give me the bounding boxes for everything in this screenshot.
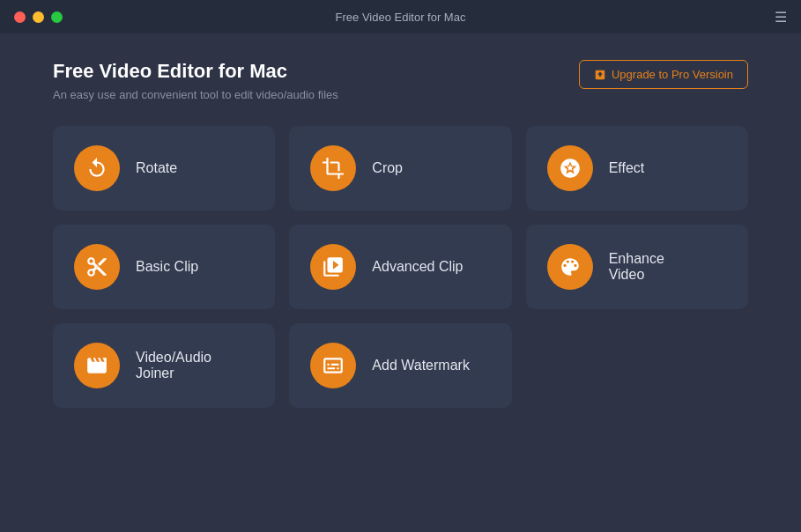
card-basic-clip[interactable]: Basic Clip (53, 225, 275, 309)
card-enhance-video[interactable]: EnhanceVideo (526, 225, 748, 309)
crop-icon-circle (310, 145, 356, 191)
menu-icon[interactable]: ☰ (775, 9, 787, 26)
close-button[interactable] (14, 11, 26, 23)
window-title: Free Video Editor for Mac (336, 11, 466, 24)
palette-icon (559, 255, 582, 278)
enhance-video-label-wrapper: EnhanceVideo (609, 251, 664, 283)
crop-icon (322, 157, 345, 180)
titlebar: Free Video Editor for Mac ☰ (0, 0, 801, 33)
maximize-button[interactable] (51, 11, 63, 23)
advanced-clip-icon (322, 255, 345, 278)
crop-label: Crop (372, 160, 403, 176)
scissors-icon (85, 255, 108, 278)
feature-grid: Rotate Crop Effect (53, 126, 748, 408)
app-info: Free Video Editor for Mac An easy use an… (53, 60, 338, 101)
card-advanced-clip[interactable]: Advanced Clip (289, 225, 511, 309)
effect-label: Effect (609, 160, 645, 176)
add-watermark-icon-circle (310, 343, 356, 388)
video-audio-joiner-label: Video/AudioJoiner (136, 350, 211, 381)
header-section: Free Video Editor for Mac An easy use an… (53, 60, 748, 101)
card-crop[interactable]: Crop (289, 126, 511, 211)
add-watermark-label: Add Watermark (372, 358, 470, 373)
video-audio-joiner-label-wrapper: Video/AudioJoiner (136, 350, 211, 381)
card-effect[interactable]: Effect (526, 126, 748, 211)
advanced-clip-icon-circle (310, 244, 356, 290)
card-add-watermark[interactable]: Add Watermark (289, 323, 511, 408)
card-video-audio-joiner[interactable]: Video/AudioJoiner (53, 323, 275, 408)
window-controls (14, 11, 63, 23)
enhance-video-icon-circle (547, 244, 593, 290)
upgrade-icon (594, 69, 606, 81)
advanced-clip-label: Advanced Clip (372, 259, 463, 275)
enhance-video-label: EnhanceVideo (609, 251, 664, 282)
basic-clip-icon-circle (74, 244, 120, 290)
basic-clip-label: Basic Clip (136, 259, 198, 275)
rotate-icon-circle (74, 145, 120, 191)
effect-icon (559, 157, 582, 180)
minimize-button[interactable] (33, 11, 44, 23)
main-content: Free Video Editor for Mac An easy use an… (0, 33, 801, 434)
film-icon (85, 354, 108, 377)
video-audio-joiner-icon-circle (74, 343, 120, 388)
rotate-icon (85, 157, 108, 180)
rotate-label: Rotate (136, 160, 177, 176)
app-subtitle: An easy use and convenient tool to edit … (53, 88, 338, 101)
effect-icon-circle (547, 145, 593, 191)
watermark-icon (322, 354, 345, 377)
card-rotate[interactable]: Rotate (53, 126, 275, 211)
app-title: Free Video Editor for Mac (53, 60, 338, 83)
upgrade-button[interactable]: Upgrade to Pro Versioin (579, 60, 748, 89)
